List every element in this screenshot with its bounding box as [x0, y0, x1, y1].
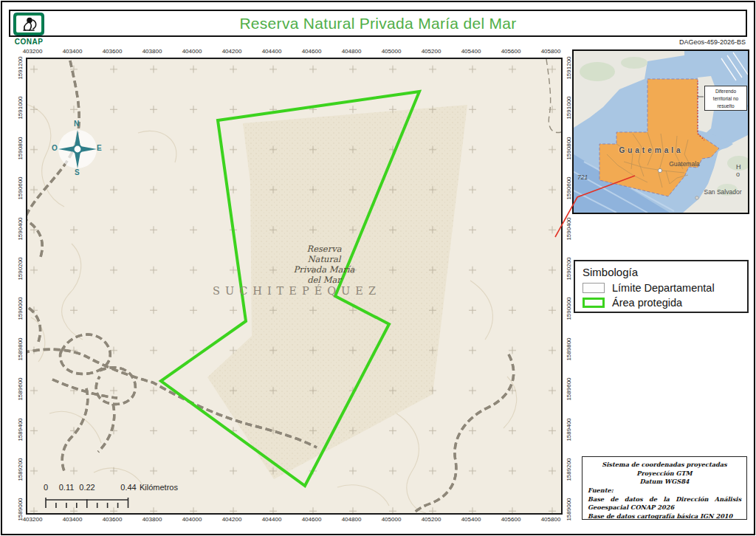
y-coordinate-label-right: 1590200 [566, 257, 572, 280]
inset-country-label: Guatemala [588, 146, 714, 154]
note-line: Diferendo [705, 88, 746, 95]
inset-locator-map: Guatemala Guatemala San Salvador 721 H o… [572, 49, 749, 214]
y-coordinate-label-left: 1590400 [17, 217, 24, 240]
legend-item-protected: Área protegida [583, 297, 740, 309]
y-coordinate-label-left: 1590000 [17, 298, 24, 320]
x-coordinate-label-top: 405400 [461, 48, 481, 55]
x-coordinate-label-bottom: 405200 [422, 516, 441, 523]
inset-city-label: San Salvador [684, 188, 749, 196]
x-coordinate-label-top: 405200 [422, 48, 441, 55]
credits-line: Datum WGS84 [588, 478, 741, 487]
credits-source-line: Base de datos de la Dirección Análisis G… [588, 495, 741, 512]
x-coordinate-label-bottom: 403400 [63, 516, 83, 523]
x-coordinate-label-top: 404800 [342, 48, 362, 55]
inset-honduras-label: H o [736, 163, 748, 178]
y-coordinate-label-right: 1590800 [566, 137, 572, 159]
x-coordinate-label-top: 403200 [23, 48, 43, 55]
y-coordinate-label-left: 1589200 [17, 458, 24, 481]
credits-line: Proyección GTM [588, 470, 741, 478]
reserve-name-line: Reserva [261, 244, 387, 254]
y-coordinate-label-right: 1590000 [566, 298, 572, 320]
x-coordinate-label-top: 405600 [501, 48, 521, 55]
y-coordinate-label-right: 1590600 [566, 177, 572, 200]
credits: Sistema de coordenadas proyectadas Proye… [582, 456, 747, 520]
reserve-name-line: Privada María [261, 264, 387, 275]
x-coordinate-label-bottom: 405000 [382, 516, 402, 523]
compass-rose: N S E O [51, 121, 104, 177]
protected-area-swatch [583, 298, 605, 308]
y-coordinate-label-left: 1590200 [17, 257, 24, 280]
x-coordinate-label-bottom: 404600 [302, 516, 322, 523]
compass-north-label: N [74, 120, 79, 128]
x-coordinate-label-bottom: 405600 [501, 516, 521, 523]
conap-logo-icon [13, 13, 44, 35]
x-coordinate-label-top: 403400 [63, 48, 83, 55]
scale-unit-label: Kilómetros [140, 483, 178, 492]
legend-title: Simbología [583, 266, 740, 278]
y-coordinate-label-left: 1591000 [17, 97, 24, 120]
x-coordinate-label-bottom: 404200 [222, 516, 242, 523]
compass-south-label: S [75, 168, 80, 176]
legend-item-label: Área protegida [612, 297, 682, 309]
y-coordinate-label-right: 1589800 [566, 337, 572, 360]
reserve-name-line: del Mar [261, 275, 387, 285]
conap-logo-label: CONAP [12, 38, 46, 46]
y-coordinate-label-right: 1589000 [566, 498, 572, 521]
legend: Simbología Límite Departamental Área pro… [574, 260, 749, 313]
scale-label: 0.44 [120, 483, 136, 492]
x-coordinate-label-top: 404600 [302, 48, 322, 55]
header: Reserva Natural Privada María del Mar [9, 10, 747, 37]
y-coordinate-label-right: 1589400 [566, 418, 572, 441]
credits-source-line: Base de datos cartografía básica IGN 201… [588, 512, 741, 520]
y-coordinate-label-left: 1589600 [17, 378, 24, 401]
y-coordinate-label-left: 1590800 [17, 137, 24, 159]
legend-item-label: Límite Departamental [612, 282, 715, 294]
reserve-name-label: Reserva Natural Privada María del Mar [261, 244, 387, 285]
x-coordinate-label-top: 403800 [142, 48, 162, 55]
inset-road-number-label: 721 [577, 173, 588, 181]
page-title: Reserva Natural Privada María del Mar [239, 15, 516, 32]
x-coordinate-label-bottom: 404000 [182, 516, 202, 523]
x-coordinate-label-top: 405800 [541, 48, 561, 55]
departmental-boundary-swatch [583, 283, 605, 293]
y-coordinate-label-left: 1589000 [17, 498, 24, 521]
x-coordinate-label-bottom: 404800 [342, 516, 362, 523]
scale-label: 0 [44, 483, 48, 492]
y-coordinate-label-left: 1590600 [17, 177, 24, 200]
document-code: DAGeos-459-2026-BS [679, 38, 746, 46]
main-map: Reserva Natural Privada María del Mar SU… [26, 58, 563, 515]
credits-source-label: Fuente: [588, 487, 741, 495]
compass-west-label: O [52, 144, 58, 152]
x-coordinate-label-top: 404400 [262, 48, 282, 55]
note-line: resuelto [705, 103, 746, 110]
x-coordinate-label-bottom: 405800 [541, 516, 561, 523]
scale-bar: 0 0.11 0.22 0.44 Kilómetros [41, 481, 214, 511]
x-coordinate-label-top: 404200 [222, 48, 242, 55]
y-coordinate-label-right: 1590400 [566, 217, 572, 240]
credits-line: Sistema de coordenadas proyectadas [588, 461, 741, 470]
scale-bar-ticks [41, 495, 214, 511]
x-coordinate-label-top: 404000 [182, 48, 202, 55]
territorial-dispute-note: Diferendo territorial no resuelto [704, 86, 747, 111]
y-coordinate-label-right: 1591200 [566, 56, 572, 79]
conap-logo: CONAP [12, 13, 46, 46]
department-name-label: SUCHITEPÉQUEZ [193, 285, 400, 297]
legend-item-departmental: Límite Departamental [583, 282, 740, 294]
scale-label: 0.22 [79, 483, 94, 492]
note-line: territorial no [705, 95, 746, 103]
y-coordinate-label-right: 1591000 [566, 97, 572, 120]
x-coordinate-label-bottom: 403800 [142, 516, 162, 523]
reserve-name-line: Natural [261, 254, 387, 264]
y-coordinate-label-right: 1589600 [566, 378, 572, 401]
scale-label: 0.11 [59, 483, 75, 492]
x-coordinate-label-bottom: 404400 [262, 516, 282, 523]
y-coordinate-label-left: 1589800 [17, 337, 24, 360]
inset-capital-label: Guatemala [646, 160, 723, 168]
x-coordinate-label-bottom: 405400 [461, 516, 481, 523]
y-coordinate-label-right: 1589200 [566, 458, 572, 481]
compass-east-label: E [97, 144, 102, 152]
sheet: Reserva Natural Privada María del Mar CO… [0, 0, 756, 536]
y-coordinate-label-left: 1589400 [17, 418, 24, 441]
x-coordinate-label-bottom: 403600 [103, 516, 123, 523]
y-coordinate-label-left: 1591200 [17, 56, 24, 79]
